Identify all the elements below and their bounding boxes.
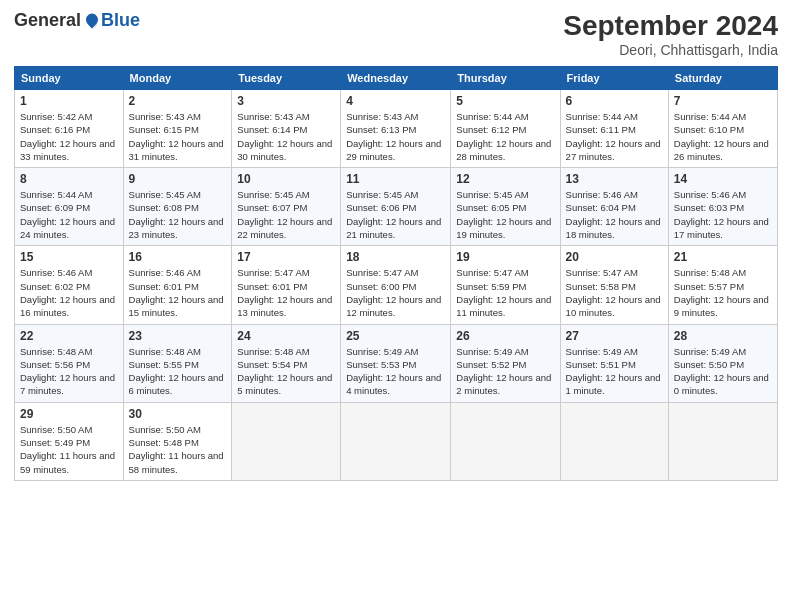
- col-friday: Friday: [560, 67, 668, 90]
- page-container: General Blue September 2024 Deori, Chhat…: [0, 0, 792, 491]
- month-title: September 2024: [563, 10, 778, 42]
- calendar-header-row: Sunday Monday Tuesday Wednesday Thursday…: [15, 67, 778, 90]
- table-row: 15 Sunrise: 5:46 AM Sunset: 6:02 PM Dayl…: [15, 246, 124, 324]
- empty-cell: [451, 402, 560, 480]
- col-monday: Monday: [123, 67, 232, 90]
- table-row: 16 Sunrise: 5:46 AM Sunset: 6:01 PM Dayl…: [123, 246, 232, 324]
- calendar-week-1: 1 Sunrise: 5:42 AM Sunset: 6:16 PM Dayli…: [15, 90, 778, 168]
- table-row: 2 Sunrise: 5:43 AM Sunset: 6:15 PM Dayli…: [123, 90, 232, 168]
- table-row: 22 Sunrise: 5:48 AM Sunset: 5:56 PM Dayl…: [15, 324, 124, 402]
- col-sunday: Sunday: [15, 67, 124, 90]
- table-row: 18 Sunrise: 5:47 AM Sunset: 6:00 PM Dayl…: [341, 246, 451, 324]
- logo-icon: [83, 12, 101, 30]
- table-row: 12 Sunrise: 5:45 AM Sunset: 6:05 PM Dayl…: [451, 168, 560, 246]
- table-row: 19 Sunrise: 5:47 AM Sunset: 5:59 PM Dayl…: [451, 246, 560, 324]
- calendar-table: Sunday Monday Tuesday Wednesday Thursday…: [14, 66, 778, 481]
- table-row: 29 Sunrise: 5:50 AM Sunset: 5:49 PM Dayl…: [15, 402, 124, 480]
- col-wednesday: Wednesday: [341, 67, 451, 90]
- empty-cell: [232, 402, 341, 480]
- table-row: 24 Sunrise: 5:48 AM Sunset: 5:54 PM Dayl…: [232, 324, 341, 402]
- logo-blue: Blue: [101, 10, 140, 31]
- col-tuesday: Tuesday: [232, 67, 341, 90]
- table-row: 7 Sunrise: 5:44 AM Sunset: 6:10 PM Dayli…: [668, 90, 777, 168]
- table-row: 30 Sunrise: 5:50 AM Sunset: 5:48 PM Dayl…: [123, 402, 232, 480]
- col-thursday: Thursday: [451, 67, 560, 90]
- table-row: 26 Sunrise: 5:49 AM Sunset: 5:52 PM Dayl…: [451, 324, 560, 402]
- empty-cell: [668, 402, 777, 480]
- logo-text: General Blue: [14, 10, 140, 31]
- calendar-week-5: 29 Sunrise: 5:50 AM Sunset: 5:49 PM Dayl…: [15, 402, 778, 480]
- table-row: 28 Sunrise: 5:49 AM Sunset: 5:50 PM Dayl…: [668, 324, 777, 402]
- table-row: 23 Sunrise: 5:48 AM Sunset: 5:55 PM Dayl…: [123, 324, 232, 402]
- table-row: 21 Sunrise: 5:48 AM Sunset: 5:57 PM Dayl…: [668, 246, 777, 324]
- col-saturday: Saturday: [668, 67, 777, 90]
- table-row: 14 Sunrise: 5:46 AM Sunset: 6:03 PM Dayl…: [668, 168, 777, 246]
- logo-general: General: [14, 10, 81, 31]
- table-row: 3 Sunrise: 5:43 AM Sunset: 6:14 PM Dayli…: [232, 90, 341, 168]
- table-row: 13 Sunrise: 5:46 AM Sunset: 6:04 PM Dayl…: [560, 168, 668, 246]
- table-row: 6 Sunrise: 5:44 AM Sunset: 6:11 PM Dayli…: [560, 90, 668, 168]
- empty-cell: [341, 402, 451, 480]
- table-row: 9 Sunrise: 5:45 AM Sunset: 6:08 PM Dayli…: [123, 168, 232, 246]
- calendar-week-4: 22 Sunrise: 5:48 AM Sunset: 5:56 PM Dayl…: [15, 324, 778, 402]
- table-row: 17 Sunrise: 5:47 AM Sunset: 6:01 PM Dayl…: [232, 246, 341, 324]
- table-row: 10 Sunrise: 5:45 AM Sunset: 6:07 PM Dayl…: [232, 168, 341, 246]
- title-block: September 2024 Deori, Chhattisgarh, Indi…: [563, 10, 778, 58]
- table-row: 27 Sunrise: 5:49 AM Sunset: 5:51 PM Dayl…: [560, 324, 668, 402]
- table-row: 8 Sunrise: 5:44 AM Sunset: 6:09 PM Dayli…: [15, 168, 124, 246]
- empty-cell: [560, 402, 668, 480]
- calendar-week-2: 8 Sunrise: 5:44 AM Sunset: 6:09 PM Dayli…: [15, 168, 778, 246]
- location: Deori, Chhattisgarh, India: [563, 42, 778, 58]
- calendar-week-3: 15 Sunrise: 5:46 AM Sunset: 6:02 PM Dayl…: [15, 246, 778, 324]
- table-row: 11 Sunrise: 5:45 AM Sunset: 6:06 PM Dayl…: [341, 168, 451, 246]
- table-row: 20 Sunrise: 5:47 AM Sunset: 5:58 PM Dayl…: [560, 246, 668, 324]
- table-row: 1 Sunrise: 5:42 AM Sunset: 6:16 PM Dayli…: [15, 90, 124, 168]
- table-row: 25 Sunrise: 5:49 AM Sunset: 5:53 PM Dayl…: [341, 324, 451, 402]
- logo: General Blue: [14, 10, 140, 31]
- table-row: 5 Sunrise: 5:44 AM Sunset: 6:12 PM Dayli…: [451, 90, 560, 168]
- header: General Blue September 2024 Deori, Chhat…: [14, 10, 778, 58]
- table-row: 4 Sunrise: 5:43 AM Sunset: 6:13 PM Dayli…: [341, 90, 451, 168]
